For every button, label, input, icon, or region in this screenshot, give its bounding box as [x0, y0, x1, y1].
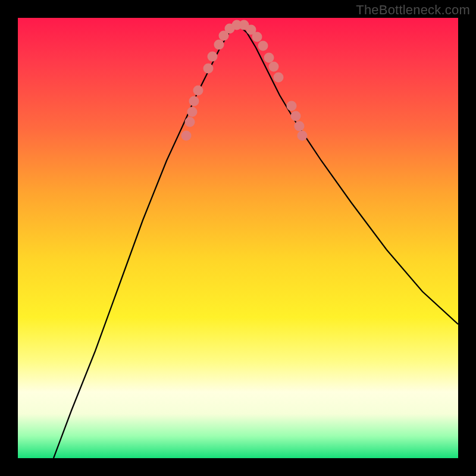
curve-svg — [18, 18, 458, 458]
plot-area — [18, 18, 458, 458]
marker-dot — [291, 111, 301, 121]
marker-dot — [189, 96, 199, 107]
marker-dot — [274, 73, 284, 83]
marker-dot — [185, 117, 195, 127]
marker-dot — [193, 86, 203, 96]
bottleneck-curve — [54, 25, 458, 458]
marker-dot — [203, 64, 214, 74]
marker-group — [181, 20, 308, 141]
marker-dot — [181, 131, 192, 141]
marker-dot — [287, 101, 297, 111]
marker-dot — [208, 52, 218, 62]
marker-dot — [264, 53, 274, 63]
outer-frame: TheBottleneck.com — [0, 0, 476, 476]
marker-dot — [295, 121, 305, 131]
watermark-text: TheBottleneck.com — [356, 2, 470, 18]
marker-dot — [258, 41, 268, 51]
marker-dot — [214, 40, 224, 50]
marker-dot — [298, 131, 308, 141]
marker-dot — [187, 107, 198, 117]
marker-dot — [252, 32, 262, 42]
marker-dot — [269, 62, 279, 72]
